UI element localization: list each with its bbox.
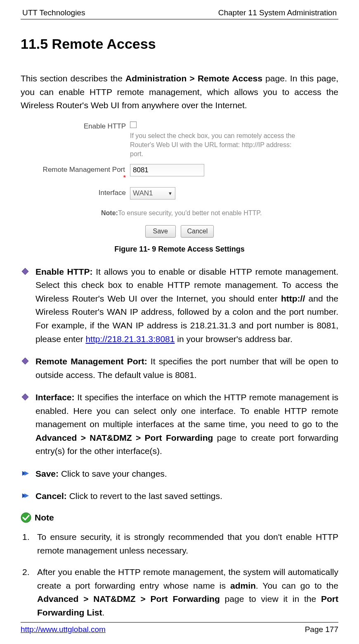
save-button[interactable]: Save (145, 225, 176, 238)
note-2: After you enable the HTTP remote managem… (21, 566, 338, 619)
security-note: Note:To ensure security, you'd better no… (101, 209, 320, 217)
svg-marker-0 (22, 268, 28, 275)
check-circle-icon (21, 512, 31, 523)
arrow-icon (21, 470, 29, 477)
intro-paragraph: This section describes the Administratio… (21, 72, 338, 112)
figure-caption: Figure 11- 9 Remote Access Settings (21, 245, 338, 254)
diamond-icon (21, 393, 29, 401)
feature-list: Enable HTTP: It allows you to enable or … (21, 265, 338, 503)
settings-panel: Enable HTTP If you select the check box,… (39, 121, 320, 238)
svg-marker-2 (22, 394, 28, 400)
svg-marker-4 (24, 471, 29, 476)
enable-http-checkbox[interactable] (130, 121, 137, 128)
required-marker: * (123, 174, 126, 182)
footer-link[interactable]: http://www.uttglobal.com (21, 625, 106, 634)
note-text: To ensure security, you'd better not ena… (118, 209, 262, 216)
row-port: Remote Management Port * (39, 164, 320, 182)
item-label: Enable HTTP: (35, 267, 92, 276)
chevron-down-icon: ▼ (168, 191, 172, 196)
item-label: Save: (35, 469, 59, 478)
b: admin (230, 581, 256, 590)
label-port: Remote Management Port * (39, 164, 130, 182)
cancel-button[interactable]: Cancel (181, 225, 214, 238)
section-title: 11.5 Remote Access (21, 36, 338, 52)
row-interface: Interface WAN1 ▼ (39, 187, 320, 200)
item-label: Cancel: (35, 491, 67, 501)
item-interface: Interface: It specifies the interface on… (21, 391, 338, 458)
svg-marker-1 (22, 358, 28, 364)
button-row: Save Cancel (39, 225, 320, 238)
item-label: Interface: (35, 392, 75, 402)
item-cancel: Cancel: Click to revert to the last save… (21, 490, 338, 503)
port-input[interactable] (130, 164, 204, 176)
label-port-text: Remote Management Port (43, 166, 125, 173)
interface-value: WAN1 (133, 189, 153, 197)
doc-chapter: Chapter 11 System Administration (218, 8, 337, 17)
b: Advanced > NAT&DMZ > Port Forwarding (35, 433, 213, 442)
t: Click to save your changes. (59, 469, 167, 478)
example-url-link[interactable]: http://218.21.31.3:8081 (85, 334, 175, 344)
item-enable-http: Enable HTTP: It allows you to enable or … (21, 265, 338, 346)
t: . (102, 608, 105, 617)
interface-select[interactable]: WAN1 ▼ (130, 187, 175, 200)
header-rule (21, 19, 338, 19)
label-enable-http: Enable HTTP (39, 121, 130, 131)
diamond-icon (21, 268, 29, 275)
page-footer: http://www.uttglobal.com Page 177 (21, 622, 338, 634)
enable-http-hint: If you select the check box, you can rem… (130, 131, 303, 159)
t: in your browser's address bar. (175, 334, 292, 344)
item-save: Save: Click to save your changes. (21, 467, 338, 481)
row-enable-http: Enable HTTP If you select the check box,… (39, 121, 320, 159)
label-interface: Interface (39, 187, 130, 197)
note-heading-text: Note (35, 513, 54, 523)
t: Click to revert to the last saved settin… (67, 491, 222, 501)
notes-list: To ensure security, it is strongly recom… (21, 530, 338, 619)
intro-pre: This section describes the (21, 74, 125, 83)
intro-bold: Administration > Remote Access (125, 74, 262, 83)
diamond-icon (21, 357, 29, 365)
doc-vendor: UTT Technologies (22, 8, 85, 17)
b: Advanced > NAT&DMZ > Port Forwarding (37, 594, 220, 604)
note-prefix: Note: (101, 209, 118, 216)
arrow-icon (21, 492, 29, 499)
item-label: Remote Management Port: (35, 356, 147, 366)
t: It specifies the interface on which the … (35, 392, 338, 429)
footer-rule (21, 622, 338, 623)
item-port: Remote Management Port: It specifies the… (21, 355, 338, 382)
note-1: To ensure security, it is strongly recom… (21, 530, 338, 557)
svg-marker-6 (24, 494, 29, 498)
b: http:// (281, 294, 305, 303)
page-header: UTT Technologies Chapter 11 System Admin… (21, 8, 338, 19)
t: . You can go to the (256, 581, 338, 590)
page-number: Page 177 (305, 625, 338, 634)
note-1-text: To ensure security, it is strongly recom… (37, 532, 338, 555)
figure-remote-access: Enable HTTP If you select the check box,… (39, 121, 320, 238)
note-heading: Note (21, 512, 338, 523)
t: page to view it in the (220, 594, 321, 604)
